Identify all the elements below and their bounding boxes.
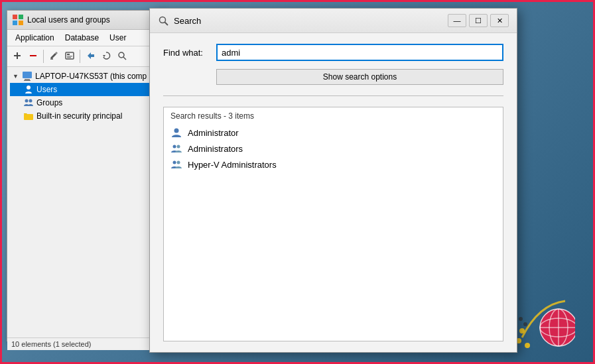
result-item-hyperv-admins[interactable]: Hyper-V Administrators bbox=[164, 156, 503, 172]
tree-pane: ▼ LAPTOP-U47KS53T (this comp Users bbox=[7, 67, 165, 337]
tree-item-groups[interactable]: Groups bbox=[10, 96, 163, 109]
svg-rect-18 bbox=[30, 55, 36, 56]
dialog-search-icon bbox=[158, 15, 168, 26]
svg-rect-17 bbox=[17, 52, 18, 59]
multi-user-icon-administrators bbox=[170, 143, 182, 154]
tree-users-label: Users bbox=[36, 85, 57, 94]
find-what-row: Find what: bbox=[163, 44, 503, 61]
svg-point-3 bbox=[523, 322, 527, 326]
search-results-pane[interactable]: Search results - 3 items Administrator A… bbox=[163, 107, 503, 341]
dialog-maximize-button[interactable]: ☐ bbox=[469, 14, 488, 27]
toolbar-remove-button[interactable] bbox=[26, 48, 40, 63]
tree-builtin-label: Built-in security principal bbox=[36, 111, 122, 121]
remove-icon bbox=[29, 51, 38, 60]
result-label-administrator: Administrator bbox=[188, 128, 239, 138]
dialog-close-button[interactable]: ✕ bbox=[490, 14, 509, 27]
mmc-title-icon bbox=[13, 15, 23, 25]
svg-point-37 bbox=[174, 129, 179, 133]
dialog-titlebar: Search — ☐ ✕ bbox=[150, 9, 517, 33]
svg-point-26 bbox=[119, 52, 124, 58]
arrow-icon bbox=[86, 51, 95, 60]
svg-marker-25 bbox=[103, 55, 105, 57]
toolbar-edit-button[interactable] bbox=[46, 48, 61, 63]
svg-rect-13 bbox=[19, 15, 23, 19]
svg-point-32 bbox=[25, 99, 29, 103]
mmc-toolbar bbox=[7, 46, 165, 67]
svg-point-38 bbox=[173, 145, 176, 149]
svg-rect-15 bbox=[19, 21, 23, 25]
multi-user-icon-hyperv bbox=[170, 158, 182, 170]
add-icon bbox=[13, 51, 22, 60]
toolbar-separator-2 bbox=[80, 50, 80, 63]
globe-decoration bbox=[515, 291, 575, 351]
svg-point-4 bbox=[519, 317, 523, 321]
single-user-icon bbox=[170, 127, 182, 139]
dialog-controls: — ☐ ✕ bbox=[448, 14, 509, 27]
search-dialog: Search — ☐ ✕ Find what: Show search opti… bbox=[149, 8, 517, 353]
dialog-minimize-button[interactable]: — bbox=[448, 14, 466, 27]
find-what-input[interactable] bbox=[216, 44, 503, 61]
result-item-administrator[interactable]: Administrator bbox=[164, 125, 503, 141]
svg-rect-23 bbox=[67, 57, 71, 58]
search-icon bbox=[117, 51, 127, 60]
svg-rect-30 bbox=[24, 80, 31, 81]
show-search-options-button[interactable]: Show search options bbox=[216, 69, 503, 85]
toolbar-arrow-button[interactable] bbox=[83, 48, 98, 63]
result-label-hyperv-admins: Hyper-V Administrators bbox=[188, 160, 277, 170]
svg-point-40 bbox=[173, 161, 176, 164]
result-label-administrators: Administrators bbox=[188, 144, 243, 154]
mmc-menu-database[interactable]: Database bbox=[60, 31, 104, 44]
svg-rect-34 bbox=[24, 114, 33, 120]
svg-marker-24 bbox=[88, 52, 94, 59]
result-item-administrators[interactable]: Administrators bbox=[164, 141, 503, 156]
toolbar-add-button[interactable] bbox=[10, 48, 25, 63]
mmc-titlebar: Local users and groups ✕ bbox=[7, 11, 165, 30]
mmc-statusbar: 10 elements (1 selected) bbox=[7, 337, 165, 350]
svg-point-35 bbox=[160, 17, 166, 23]
divider bbox=[163, 95, 503, 96]
mmc-window: Local users and groups ✕ Application Dat… bbox=[7, 10, 166, 341]
mmc-menubar: Application Database User bbox=[7, 30, 165, 46]
svg-line-27 bbox=[123, 57, 126, 60]
svg-point-31 bbox=[27, 86, 31, 90]
users-folder-icon bbox=[23, 84, 34, 95]
results-header: Search results - 3 items bbox=[164, 107, 503, 125]
mmc-menu-application[interactable]: Application bbox=[10, 31, 60, 44]
tree-item-users[interactable]: Users bbox=[10, 83, 163, 96]
svg-rect-29 bbox=[25, 79, 30, 80]
toolbar-search-button[interactable] bbox=[115, 48, 129, 63]
tree-expand-icon: ▼ bbox=[13, 73, 19, 80]
properties-icon bbox=[65, 51, 74, 60]
svg-point-2 bbox=[525, 343, 530, 348]
mmc-title: Local users and groups bbox=[27, 15, 110, 25]
mmc-content: ▼ LAPTOP-U47KS53T (this comp Users bbox=[7, 67, 165, 337]
computer-icon bbox=[22, 71, 33, 82]
folder-icon bbox=[23, 111, 34, 121]
groups-icon bbox=[23, 97, 34, 108]
svg-point-41 bbox=[177, 161, 180, 164]
status-text: 10 elements (1 selected) bbox=[11, 340, 91, 348]
svg-line-36 bbox=[165, 23, 168, 26]
svg-rect-12 bbox=[13, 15, 17, 19]
toolbar-refresh-button[interactable] bbox=[99, 48, 113, 63]
svg-point-39 bbox=[177, 145, 180, 149]
toolbar-separator-1 bbox=[43, 50, 44, 63]
tree-groups-label: Groups bbox=[36, 98, 62, 107]
svg-rect-14 bbox=[13, 21, 17, 25]
tree-root-label: LAPTOP-U47KS53T (this comp bbox=[35, 72, 147, 81]
svg-rect-21 bbox=[67, 54, 70, 55]
svg-point-33 bbox=[29, 99, 33, 103]
toolbar-properties-button[interactable] bbox=[62, 48, 77, 63]
tree-root[interactable]: ▼ LAPTOP-U47KS53T (this comp bbox=[10, 70, 163, 83]
edit-icon bbox=[49, 51, 58, 60]
find-what-label: Find what: bbox=[163, 48, 210, 58]
refresh-icon bbox=[101, 51, 111, 60]
dialog-body: Find what: Show search options bbox=[150, 33, 517, 107]
dialog-title: Search bbox=[174, 16, 442, 26]
svg-rect-28 bbox=[23, 72, 32, 78]
tree-item-builtin[interactable]: Built-in security principal bbox=[10, 109, 163, 123]
svg-rect-22 bbox=[67, 56, 72, 57]
mmc-menu-user[interactable]: User bbox=[104, 31, 131, 44]
